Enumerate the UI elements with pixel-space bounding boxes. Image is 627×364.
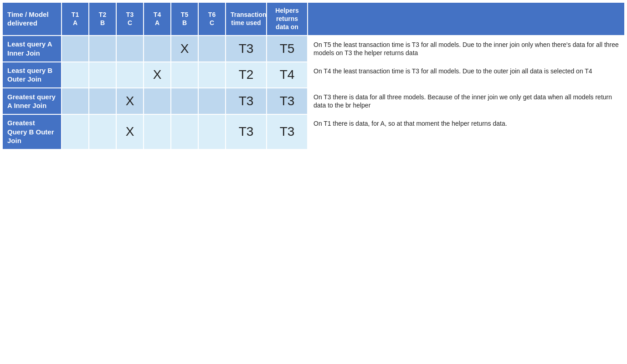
cell-t1a — [62, 36, 89, 62]
header-desc — [308, 2, 625, 36]
cell-t5b: X — [171, 36, 198, 62]
cell-t3c: X — [116, 88, 144, 114]
cell-t2b — [89, 62, 116, 88]
cell-t6c — [198, 88, 226, 114]
row-label-cell: Least query B Outer Join — [2, 62, 62, 88]
main-table: Time / Model delivered T1A T2B T3C T4A T… — [2, 2, 625, 150]
header-label: Time / Model delivered — [2, 2, 62, 36]
cell-t1a — [62, 88, 89, 114]
cell-t6c — [198, 62, 226, 88]
cell-txtime: T3 — [226, 88, 267, 114]
cell-t1a — [62, 62, 89, 88]
cell-t4a — [144, 88, 171, 114]
cell-txtime: T3 — [226, 114, 267, 149]
cell-t6c — [198, 36, 226, 62]
row-label-cell: Greatest query A Inner Join — [2, 88, 62, 114]
row-label-cell: Least query A Inner Join — [2, 36, 62, 62]
cell-t5b — [171, 88, 198, 114]
cell-helpers: T3 — [267, 88, 308, 114]
cell-t2b — [89, 114, 116, 149]
table-row: Greatest Query B Outer JoinXT3T3On T1 th… — [2, 114, 625, 149]
table-row: Least query B Outer JoinXT2T4On T4 the l… — [2, 62, 625, 88]
cell-txtime: T3 — [226, 36, 267, 62]
cell-helpers: T5 — [267, 36, 308, 62]
cell-t3c — [116, 36, 144, 62]
cell-description: On T5 the least transaction time is T3 f… — [308, 36, 625, 62]
row-label-cell: Greatest Query B Outer Join — [2, 114, 62, 149]
cell-t3c: X — [116, 114, 144, 149]
header-txtime: Transaction time used — [226, 2, 267, 36]
cell-t3c — [116, 62, 144, 88]
table-row: Least query A Inner JoinXT3T5On T5 the l… — [2, 36, 625, 62]
cell-t4a — [144, 36, 171, 62]
cell-description: On T3 there is data for all three models… — [308, 88, 625, 114]
cell-txtime: T2 — [226, 62, 267, 88]
cell-t6c — [198, 114, 226, 149]
cell-t2b — [89, 88, 116, 114]
table-row: Greatest query A Inner JoinXT3T3On T3 th… — [2, 88, 625, 114]
header-t2b: T2B — [89, 2, 116, 36]
cell-helpers: T4 — [267, 62, 308, 88]
header-t5b: T5B — [171, 2, 198, 36]
header-t4a: T4A — [144, 2, 171, 36]
header-t6c: T6C — [198, 2, 226, 36]
cell-description: On T4 the least transaction time is T3 f… — [308, 62, 625, 88]
cell-t4a: X — [144, 62, 171, 88]
cell-t4a — [144, 114, 171, 149]
cell-helpers: T3 — [267, 114, 308, 149]
header-t1a: T1A — [62, 2, 89, 36]
header-row: Time / Model delivered T1A T2B T3C T4A T… — [2, 2, 625, 36]
header-t3c: T3C — [116, 2, 144, 36]
header-helpers: Helpers returns data on — [267, 2, 308, 36]
table-wrapper: Time / Model delivered T1A T2B T3C T4A T… — [2, 2, 625, 150]
cell-description: On T1 there is data, for A, so at that m… — [308, 114, 625, 149]
cell-t5b — [171, 62, 198, 88]
cell-t5b — [171, 114, 198, 149]
cell-t1a — [62, 114, 89, 149]
cell-t2b — [89, 36, 116, 62]
